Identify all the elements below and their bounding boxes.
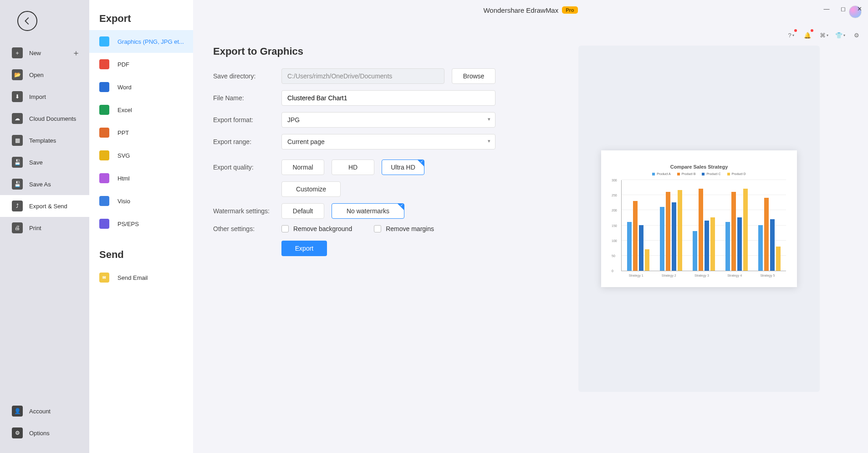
bar-group: Strategy 1 bbox=[627, 201, 649, 271]
format-item-html[interactable]: Html bbox=[89, 167, 193, 190]
bar bbox=[627, 222, 632, 271]
quality-customize-button[interactable]: Customize bbox=[281, 181, 341, 197]
sidebar-item-save[interactable]: 💾Save bbox=[0, 151, 89, 173]
plus-icon[interactable]: ＋ bbox=[72, 47, 80, 58]
format-label: Html bbox=[117, 175, 130, 182]
bar-group: Strategy 2 bbox=[660, 190, 682, 271]
format-item-visio[interactable]: Visio bbox=[89, 190, 193, 212]
quality-ultrahd-button[interactable]: Ultra HD bbox=[382, 160, 424, 175]
menu-label: Print bbox=[29, 225, 41, 232]
quality-normal-button[interactable]: Normal bbox=[281, 160, 324, 175]
mail-icon: ✉ bbox=[99, 273, 109, 283]
send-item-send-email[interactable]: ✉Send Email bbox=[89, 266, 193, 289]
save-directory-field: C:/Users/rimzh/OneDrive/Documents bbox=[281, 68, 444, 84]
bar-group: Strategy 5 bbox=[758, 198, 781, 271]
bar bbox=[633, 201, 638, 271]
menu-label: New bbox=[29, 50, 41, 57]
watermark-default-button[interactable]: Default bbox=[281, 203, 324, 219]
format-item-word[interactable]: Word bbox=[89, 76, 193, 98]
menu-label: Export & Send bbox=[29, 203, 67, 210]
x-tick-label: Strategy 5 bbox=[754, 274, 781, 277]
format-icon bbox=[99, 36, 109, 46]
menu-icon: 💾 bbox=[12, 179, 23, 190]
remove-margins-label: Remove margins bbox=[386, 225, 434, 232]
sidebar-item-cloud-documents[interactable]: ☁Cloud Documents bbox=[0, 108, 89, 129]
bell-icon[interactable]: 🔔 bbox=[802, 30, 812, 40]
format-item-ppt[interactable]: PPT bbox=[89, 121, 193, 144]
bar bbox=[743, 189, 748, 271]
back-button[interactable] bbox=[17, 11, 37, 31]
page-heading: Export to Graphics bbox=[213, 46, 495, 57]
format-icon bbox=[99, 219, 109, 229]
legend-item: Product C bbox=[702, 172, 720, 175]
bar bbox=[737, 217, 742, 271]
sidebar-item-open[interactable]: 📂Open bbox=[0, 64, 89, 86]
shortcuts-icon[interactable]: ⌘▾ bbox=[819, 30, 829, 40]
menu-label: Save As bbox=[29, 181, 51, 188]
window-maximize-button[interactable]: ◻ bbox=[839, 5, 847, 13]
preview-panel: Compare Sales Strategy Product AProduct … bbox=[578, 46, 820, 392]
format-label: Excel bbox=[117, 107, 132, 113]
export-format-select[interactable]: JPG bbox=[281, 112, 495, 128]
label-watermark: Watermark settings: bbox=[213, 207, 281, 215]
bar bbox=[758, 225, 763, 271]
sidebar-item-print[interactable]: 🖨Print bbox=[0, 217, 89, 239]
help-icon[interactable]: ?▾ bbox=[786, 30, 796, 40]
x-tick-label: Strategy 1 bbox=[623, 274, 650, 277]
chart-title: Compare Sales Strategy bbox=[612, 164, 786, 170]
remove-background-checkbox[interactable]: Remove background bbox=[281, 225, 352, 232]
legend-item: Product A bbox=[652, 172, 670, 175]
label-export-quality: Export quality: bbox=[213, 164, 281, 171]
chart-legend: Product AProduct BProduct CProduct D bbox=[612, 172, 786, 175]
format-item-pdf[interactable]: PDF bbox=[89, 53, 193, 76]
menu-icon: 📂 bbox=[12, 69, 23, 80]
apparel-icon[interactable]: 👕▾ bbox=[835, 30, 845, 40]
format-item-ps-eps[interactable]: PS/EPS bbox=[89, 212, 193, 235]
bar bbox=[645, 249, 649, 271]
format-label: PS/EPS bbox=[117, 221, 139, 227]
send-label: Send Email bbox=[117, 274, 148, 281]
window-minimize-button[interactable]: — bbox=[822, 5, 831, 13]
file-name-input[interactable] bbox=[281, 90, 495, 106]
settings-icon[interactable]: ⚙ bbox=[852, 30, 862, 40]
app-title: Wondershare EdrawMax bbox=[483, 6, 558, 14]
format-item-excel[interactable]: Excel bbox=[89, 98, 193, 121]
chart-preview: Compare Sales Strategy Product AProduct … bbox=[601, 150, 797, 287]
sidebar-item-templates[interactable]: ▦Templates bbox=[0, 129, 89, 151]
export-range-select[interactable]: Current page bbox=[281, 134, 495, 149]
sidebar-export-panel: Export Graphics (PNG, JPG et...PDFWordEx… bbox=[89, 0, 193, 453]
bar bbox=[705, 221, 709, 271]
bar bbox=[660, 207, 664, 271]
format-label: SVG bbox=[117, 152, 130, 159]
menu-label: Save bbox=[29, 159, 43, 166]
format-icon bbox=[99, 82, 109, 92]
sidebar-item-account[interactable]: 👤Account bbox=[0, 400, 89, 422]
format-item-svg[interactable]: SVG bbox=[89, 144, 193, 167]
sidebar-item-import[interactable]: ⬇Import bbox=[0, 86, 89, 108]
browse-button[interactable]: Browse bbox=[452, 68, 495, 84]
menu-label: Cloud Documents bbox=[29, 115, 76, 122]
bar bbox=[693, 231, 697, 271]
export-button[interactable]: Export bbox=[281, 241, 327, 256]
format-label: Visio bbox=[117, 198, 130, 205]
bar bbox=[764, 198, 769, 271]
format-item-graphics-png-jpg-et[interactable]: Graphics (PNG, JPG et... bbox=[89, 30, 193, 53]
sidebar-item-save-as[interactable]: 💾Save As bbox=[0, 173, 89, 195]
remove-margins-checkbox[interactable]: Remove margins bbox=[374, 225, 434, 232]
bar bbox=[678, 190, 682, 271]
window-close-button[interactable]: ✕ bbox=[855, 5, 863, 13]
menu-label: Account bbox=[29, 408, 51, 415]
menu-icon: ⚙ bbox=[12, 427, 23, 438]
sidebar-item-export-send[interactable]: ⤴Export & Send bbox=[0, 195, 89, 217]
bar bbox=[770, 219, 775, 271]
watermark-none-button[interactable]: No watermarks bbox=[332, 203, 404, 219]
bar bbox=[666, 192, 670, 271]
format-label: PPT bbox=[117, 129, 129, 136]
label-export-range: Export range: bbox=[213, 138, 281, 145]
menu-icon: ▦ bbox=[12, 135, 23, 146]
sidebar-item-new[interactable]: ＋New＋ bbox=[0, 42, 89, 64]
bar bbox=[710, 217, 715, 271]
x-tick-label: Strategy 3 bbox=[688, 274, 715, 277]
quality-hd-button[interactable]: HD bbox=[332, 160, 374, 175]
sidebar-item-options[interactable]: ⚙Options bbox=[0, 422, 89, 444]
